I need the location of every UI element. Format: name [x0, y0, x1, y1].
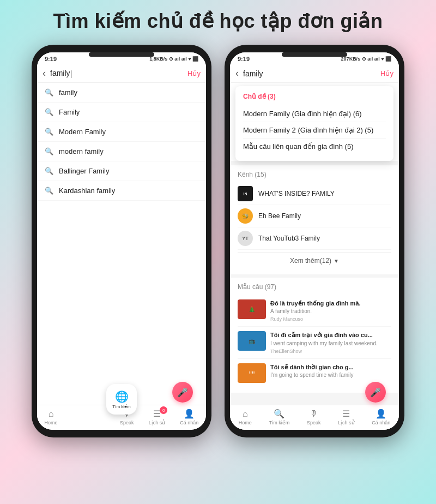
- results-content: Kênh (15) IN WHAT'S INSIDE? FAMILY 🐝 Eh …: [230, 161, 399, 405]
- search-fab-button[interactable]: 🌐 Tìm kiếm: [106, 384, 137, 415]
- suggestion-text: Kardashian family: [59, 187, 115, 195]
- nav-home-label: Home: [45, 420, 58, 425]
- sentence-item-1[interactable]: 📺 Tôi đi cắm trại với gia đình vào cu...…: [238, 327, 391, 358]
- sentences-header: Mẫu câu (97): [238, 283, 391, 291]
- right-nav-history[interactable]: ☰ Lịch sử: [338, 409, 355, 425]
- phone-right: 9:19 207KB/s ⊙ ail ail ♥ ⬛ ‹ family Hủy …: [225, 45, 404, 437]
- channels-section: Kênh (15) IN WHAT'S INSIDE? FAMILY 🐝 Eh …: [230, 165, 399, 274]
- right-nav-speak-label: Speak: [307, 420, 321, 425]
- channel-avatar-0: IN: [238, 186, 253, 201]
- right-cancel-button[interactable]: Hủy: [380, 69, 393, 77]
- left-cancel-button[interactable]: Hủy: [187, 69, 201, 77]
- dropdown-item-2[interactable]: Mẫu câu liên quan đến gia đình (5): [243, 139, 386, 154]
- channel-name-0: WHAT'S INSIDE? FAMILY: [258, 190, 335, 197]
- channels-header: Kênh (15): [238, 171, 391, 178]
- search-icon: 🔍: [45, 88, 53, 97]
- dropdown-item-0[interactable]: Modern Family (Gia đình hiện đại) (6): [243, 106, 386, 122]
- left-search-input[interactable]: family: [50, 69, 183, 77]
- suggestion-item[interactable]: 🔍 Modern Family: [37, 122, 206, 142]
- right-nav-profile[interactable]: 👤 Cá nhân: [372, 409, 390, 425]
- left-screen: 9:19 1,8KB/s ⊙ ail ail ♥ ⬛ ‹ family Hủy …: [37, 52, 206, 430]
- sentence-thumb-2: !!!!: [238, 363, 266, 383]
- left-search-bar: ‹ family Hủy: [37, 64, 206, 83]
- home-icon: ⌂: [49, 409, 54, 419]
- right-nav-home-label: Home: [239, 420, 252, 425]
- search-icon: 🔍: [45, 187, 53, 195]
- search-icon: 🔍: [45, 147, 53, 155]
- channel-name-2: That YouTub3 Family: [258, 235, 320, 242]
- right-nav-search[interactable]: 🔍 Tìm kiếm: [269, 409, 289, 425]
- sentence-author-1: TheEllenShow: [270, 349, 391, 354]
- search-icon: 🔍: [45, 128, 53, 136]
- suggestion-text: modern family: [59, 147, 104, 155]
- sentence-thumb-1: 📺: [238, 331, 266, 351]
- suggestion-text: Ballinger Family: [59, 167, 109, 175]
- right-back-button[interactable]: ‹: [235, 68, 239, 79]
- right-bottom-nav: ⌂ Home 🔍 Tìm kiếm 🎙 Speak ☰ Lịch sử: [230, 405, 399, 430]
- suggestion-item[interactable]: 🔍 Ballinger Family: [37, 161, 206, 181]
- nav-profile-label: Cá nhân: [180, 420, 198, 425]
- left-time: 9:19: [45, 56, 57, 62]
- nav-profile[interactable]: 👤 Cá nhân: [180, 409, 198, 425]
- suggestion-text: family: [59, 88, 77, 97]
- right-mic-fab-button[interactable]: 🎤: [365, 382, 386, 403]
- left-back-button[interactable]: ‹: [43, 68, 46, 79]
- right-status-bar: 9:19 207KB/s ⊙ ail ail ♥ ⬛: [230, 52, 399, 64]
- search-nav-icon: 🔍: [274, 409, 284, 419]
- right-search-input[interactable]: family: [243, 69, 376, 78]
- channel-item-2[interactable]: YT That YouTub3 Family: [238, 227, 391, 250]
- search-icon: 🔍: [45, 108, 53, 116]
- sentence-text-0: Đó là truyền thống gia đình mà. A family…: [270, 299, 391, 322]
- channel-avatar-2: YT: [238, 231, 253, 246]
- channel-name-1: Eh Bee Family: [258, 212, 301, 220]
- chevron-down-icon: ▼: [334, 258, 339, 264]
- right-screen: 9:19 207KB/s ⊙ ail ail ♥ ⬛ ‹ family Hủy …: [230, 52, 399, 430]
- nav-home[interactable]: ⌂ Home: [45, 409, 58, 425]
- sentence-text-1: Tôi đi cắm trại với gia đình vào cu... I…: [270, 331, 391, 353]
- nav-history-label: Lịch sử: [149, 420, 166, 425]
- right-search-bar: ‹ family Hủy: [230, 64, 399, 83]
- dropdown-overlay: Chủ đề (3) Modern Family (Gia đình hiện …: [235, 86, 393, 161]
- channel-item-1[interactable]: 🐝 Eh Bee Family: [238, 205, 391, 227]
- suggestion-item[interactable]: 🔍 Kardashian family: [37, 181, 206, 201]
- right-nav-speak[interactable]: 🎙 Speak: [307, 409, 321, 425]
- sentence-text-2: Tôi sẽ dành thời gian cho g... I'm going…: [270, 363, 391, 383]
- suggestion-item[interactable]: 🔍 modern family: [37, 142, 206, 161]
- dropdown-section-title: Chủ đề (3): [243, 93, 386, 100]
- right-time: 9:19: [238, 56, 250, 62]
- right-results: Chủ đề (3) Modern Family (Gia đình hiện …: [230, 83, 399, 430]
- view-more-label: Xem thêm(12): [290, 257, 331, 265]
- right-nav-home[interactable]: ⌂ Home: [239, 409, 252, 425]
- left-bottom-nav: 🌐 Tìm kiếm ⌂ Home 🎙 Speak ☰ Lịch sử 0: [37, 405, 206, 430]
- sentence-author-0: Rudy Mancuso: [270, 316, 391, 322]
- search-icon: 🔍: [45, 167, 53, 175]
- phones-container: 9:19 1,8KB/s ⊙ ail ail ♥ ⬛ ‹ family Hủy …: [0, 45, 436, 437]
- mic-fab-button[interactable]: 🎤: [172, 382, 193, 403]
- channel-item-0[interactable]: IN WHAT'S INSIDE? FAMILY: [238, 183, 391, 205]
- sentences-section: Mẫu câu (97) 🎄 Đó là truyền thống gia đì…: [230, 278, 399, 393]
- dropdown-item-1[interactable]: Modern Family 2 (Gia đình hiện đại 2) (5…: [243, 122, 386, 139]
- history-badge: 0: [160, 406, 167, 414]
- sentence-item-0[interactable]: 🎄 Đó là truyền thống gia đình mà. A fami…: [238, 295, 391, 327]
- fab-label: Tìm kiếm: [112, 404, 130, 409]
- view-more-button[interactable]: Xem thêm(12) ▼: [238, 252, 391, 269]
- sentence-item-2[interactable]: !!!! Tôi sẽ dành thời gian cho g... I'm …: [238, 359, 391, 387]
- suggestion-item[interactable]: 🔍 family: [37, 83, 206, 103]
- left-status-bar: 9:19 1,8KB/s ⊙ ail ail ♥ ⬛: [37, 52, 206, 64]
- home-icon: ⌂: [243, 409, 248, 419]
- mic-nav-icon: 🎙: [310, 409, 318, 419]
- dropdown-count: (3): [268, 93, 276, 100]
- sentence-en-2: I'm going to spend time with family: [270, 371, 391, 379]
- right-mic-fab-icon: 🎤: [370, 387, 381, 398]
- suggestion-text: Modern Family: [59, 128, 106, 136]
- suggestion-item[interactable]: 🔍 Family: [37, 103, 206, 122]
- right-status-icons: 207KB/s ⊙ ail ail ♥ ⬛: [341, 56, 391, 62]
- channel-avatar-1: 🐝: [238, 208, 253, 224]
- nav-history[interactable]: ☰ Lịch sử 0: [149, 409, 166, 425]
- sentence-en-0: A family tradition.: [270, 308, 391, 315]
- mic-fab-icon: 🎤: [177, 387, 188, 398]
- profile-icon: 👤: [184, 409, 195, 419]
- header-title: Tìm kiếm chủ đề học tập đơn giản: [0, 0, 436, 40]
- sentence-thumb-0: 🎄: [238, 299, 266, 319]
- history-nav-icon: ☰: [342, 409, 350, 419]
